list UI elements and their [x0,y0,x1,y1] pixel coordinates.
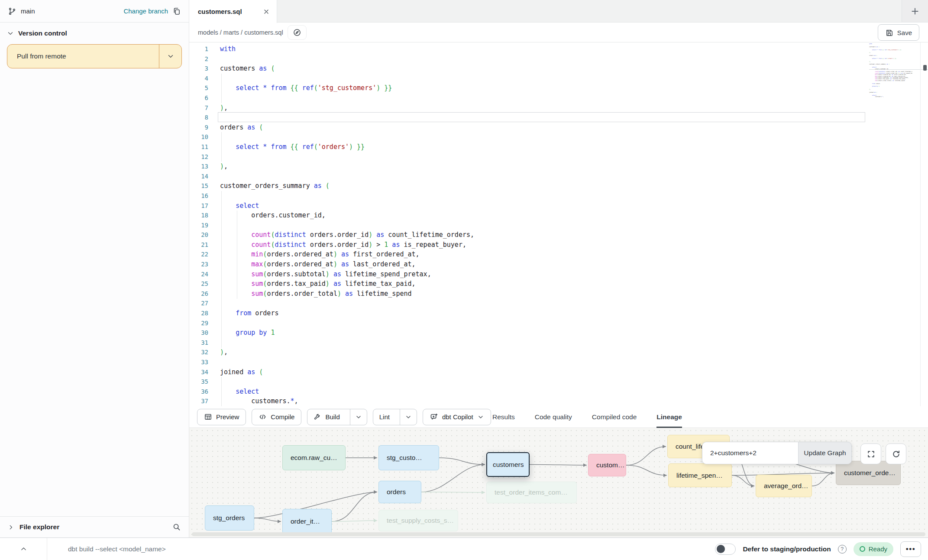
more-options-button[interactable]: ••• [900,541,921,557]
wrench-icon [314,413,321,421]
build-options-caret[interactable] [350,409,367,425]
lint-button[interactable]: Lint [373,409,396,425]
tab-compiled-code[interactable]: Compiled code [592,406,637,428]
navigate-button[interactable] [288,25,307,40]
code-line: 27 [189,298,928,308]
indent-guide [221,191,222,348]
change-branch-link[interactable]: Change branch [123,7,168,15]
pull-from-remote-button[interactable]: Pull from remote [7,44,182,68]
code-line: 28 from orders [189,308,928,318]
code-line: 4 [189,74,928,84]
code-line: 19 [189,220,928,230]
compile-button[interactable]: Compile [252,409,301,425]
save-label: Save [897,29,912,36]
code-line: 37 customers.*, [189,396,928,406]
lineage-node-custom[interactable]: custom… [588,454,626,476]
lineage-node-stg_orders[interactable]: stg_orders [205,505,254,531]
version-control-section: Version control Pull from remote [0,23,189,68]
copilot-label: dbt Copilot [442,413,473,421]
breadcrumb-row: models / marts / customers.sql Save [189,23,928,42]
copy-icon[interactable] [172,7,181,16]
status-bar: dbt build --select <model_name> Defer to… [0,537,928,560]
defer-toggle[interactable] [715,544,736,555]
code-line: 14 [189,172,928,181]
build-button[interactable]: Build [307,409,346,425]
code-line: 17 select [189,201,928,211]
lineage-search-input[interactable] [702,442,798,464]
code-line: 29 [189,318,928,328]
version-control-header[interactable]: Version control [7,29,182,37]
minimap[interactable]: withcustomers as ( select * from {{ ref(… [869,43,912,105]
code-line: 13), [189,162,928,172]
code-line: 36 select [189,387,928,397]
code-editor[interactable]: 1with23customers as (45 select * from {{… [189,42,928,406]
new-tab-button[interactable] [902,0,928,22]
ready-status-label: Ready [869,545,887,553]
dbt-copilot-button[interactable]: dbt Copilot [423,409,491,425]
code-line: 9orders as ( [189,123,928,133]
tab-customers-sql[interactable]: customers.sql [189,0,277,23]
pull-options-caret[interactable] [159,45,181,68]
code-line: 1with [189,44,928,54]
chevron-down-icon [7,30,14,37]
tab-lineage[interactable]: Lineage [656,406,682,428]
tab-code-quality[interactable]: Code quality [535,406,572,428]
lineage-horizontal-scrollbar[interactable] [192,532,925,536]
file-explorer-bar[interactable]: File explorer [0,516,189,537]
tab-results[interactable]: Results [492,406,515,428]
current-line-highlight [218,112,865,122]
expand-command-panel-button[interactable] [0,538,47,560]
branch-bar: main Change branch [0,0,189,23]
lineage-node-order_items[interactable]: order_it… [282,509,332,534]
code-line: 6 [189,93,928,103]
build-label: Build [325,413,340,421]
lineage-node-test_supply[interactable]: test_supply_costs_s… [378,510,458,531]
lineage-node-customer_orders[interactable]: customer_orde… [836,461,901,485]
fullscreen-button[interactable] [860,443,881,464]
copilot-chat-icon [430,413,438,421]
dbt-ide-app: main Change branch Version control Pull … [0,0,928,560]
branch-name: main [21,7,35,15]
update-graph-button[interactable]: Update Graph [798,442,852,464]
ready-status-icon [860,546,865,552]
lineage-node-customers[interactable]: customers [486,452,530,477]
main-area: customers.sql models / marts / customers… [189,0,928,537]
help-icon[interactable]: ? [838,545,847,554]
code-line: 7), [189,103,928,113]
lint-split-button: Lint [373,409,417,425]
lint-label: Lint [379,413,390,421]
code-line: 5 select * from {{ ref('stg_customers') … [189,83,928,93]
close-icon[interactable] [263,8,270,15]
indent-guide [237,210,237,299]
git-branch-icon [8,7,16,16]
preview-button[interactable]: Preview [197,409,246,425]
lineage-node-test_order_items[interactable]: test_order_items_com… [486,482,577,503]
lineage-node-ecom_raw[interactable]: ecom.raw_cu… [282,445,346,470]
code-line: 3customers as ( [189,64,928,74]
lineage-panel[interactable]: ecom.raw_cu…stg_custo…customerscustom…co… [189,428,928,537]
breadcrumb: models / marts / customers.sql [198,29,283,36]
code-line: 21 count(distinct orders.order_id) > 1 a… [189,240,928,250]
code-line: 22 min(orders.ordered_at) as first_order… [189,249,928,259]
lineage-node-average_order[interactable]: average_ord… [756,475,812,497]
plus-icon [910,6,920,16]
indent-guide [221,132,222,162]
sidebar: main Change branch Version control Pull … [0,0,189,537]
build-split-button: Build [307,409,367,425]
code-line: 35 [189,377,928,387]
fullscreen-icon [867,450,876,459]
search-icon[interactable] [172,523,181,531]
command-input[interactable]: dbt build --select <model_name> [68,545,166,553]
code-line: 34joined as ( [189,367,928,377]
scrollbar-thumb[interactable] [923,65,927,71]
lineage-node-lifetime_spend[interactable]: lifetime_spen… [668,463,732,487]
lint-options-caret[interactable] [400,409,417,425]
code-line: 23 max(orders.ordered_at) as last_ordere… [189,259,928,269]
chevron-down-icon [477,414,484,421]
lineage-node-orders[interactable]: orders [378,481,421,503]
lineage-node-stg_customers[interactable]: stg_custo… [378,445,439,470]
save-button[interactable]: Save [878,24,919,41]
code-line: 20 count(distinct orders.order_id) as co… [189,230,928,240]
code-lines: 1with23customers as (45 select * from {{… [189,42,928,406]
refresh-button[interactable] [886,443,906,464]
